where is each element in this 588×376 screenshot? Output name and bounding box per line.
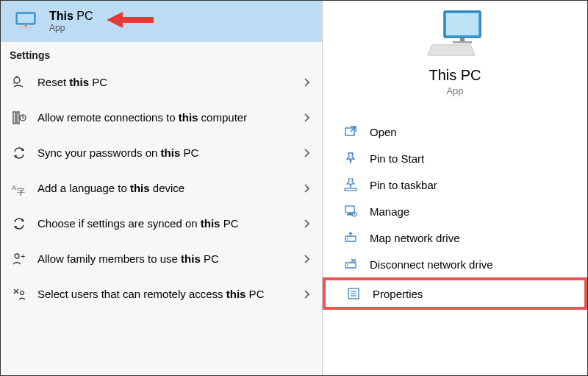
settings-item[interactable]: A字Add a language to this device [1,170,322,205]
settings-item[interactable]: Sync your passwords on this PC [1,135,322,170]
svg-rect-22 [446,13,478,35]
reset-icon [11,74,27,91]
action-label: Disconnect network drive [370,258,493,271]
action-label: Manage [370,205,409,218]
map-drive-icon [343,230,358,245]
remote-users-icon [11,286,27,302]
open-icon [343,124,358,139]
settings-item-label: Allow remote connections to this compute… [37,110,301,125]
svg-rect-2 [19,26,32,29]
search-result-selected[interactable]: This PC App [1,1,322,42]
chevron-right-icon [301,290,312,299]
svg-rect-8 [17,112,19,124]
settings-item-label: Allow family members to use this PC [37,252,301,266]
settings-item-label: Add a language to this device [37,181,301,196]
svg-point-37 [347,238,348,240]
action-item[interactable]: Map network drive [323,224,587,251]
language-icon: A字 [11,180,27,196]
chevron-right-icon [301,149,312,157]
settings-item[interactable]: +Allow family members to use this PC [1,241,322,276]
svg-line-29 [351,127,356,132]
settings-item[interactable]: Choose if settings are synced on this PC [1,205,322,241]
action-item[interactable]: Manage [323,198,587,224]
result-title: This PC [49,10,93,23]
svg-point-6 [14,77,20,83]
action-item[interactable]: Pin to taskbar [323,171,587,198]
pin-taskbar-icon [343,177,358,192]
settings-item-label: Select users that can remotely access th… [37,287,301,302]
result-subtitle: App [49,23,93,33]
svg-rect-24 [453,41,472,43]
settings-item[interactable]: Select users that can remotely access th… [1,276,322,311]
action-item[interactable]: Open [323,118,587,145]
svg-rect-32 [348,213,351,214]
chevron-right-icon [301,113,312,122]
settings-header: Settings [1,42,322,64]
preview-subtitle: App [446,85,463,96]
preview-title: This PC [429,67,481,84]
pin-start-icon [343,151,358,166]
action-label: Open [370,126,397,138]
svg-point-39 [347,265,348,266]
remote-icon [11,110,27,126]
action-item[interactable]: Properties [323,277,587,310]
svg-rect-1 [18,14,34,23]
svg-rect-23 [460,38,465,41]
svg-point-16 [15,254,19,258]
action-label: Pin to taskbar [370,179,437,191]
chevron-right-icon [301,78,312,87]
svg-text:字: 字 [17,187,25,196]
sync-icon [11,216,27,232]
svg-marker-5 [107,12,123,28]
actions-list: OpenPin to StartPin to taskbarManageMap … [323,118,587,310]
settings-list: Reset this PCAllow remote connections to… [1,64,322,311]
action-label: Map network drive [370,232,460,244]
svg-rect-30 [345,188,356,191]
settings-item-label: Reset this PC [37,75,301,90]
svg-text:A: A [12,184,16,191]
this-pc-icon [12,8,39,35]
svg-point-35 [354,213,355,215]
settings-item-label: Choose if settings are synced on this PC [37,216,301,231]
action-label: Pin to Start [370,152,424,165]
action-label: Properties [373,288,423,300]
chevron-right-icon [301,255,312,263]
svg-rect-7 [13,112,15,124]
svg-rect-31 [345,206,354,213]
action-item[interactable]: Disconnect network drive [323,251,587,277]
annotation-arrow [107,10,154,30]
svg-point-20 [21,291,24,294]
chevron-right-icon [301,219,312,228]
sync-icon [11,145,27,161]
settings-item[interactable]: Reset this PC [1,64,322,99]
properties-icon [346,286,361,301]
settings-item[interactable]: Allow remote connections to this compute… [1,99,322,135]
preview-this-pc-icon [422,8,488,60]
chevron-right-icon [301,184,312,193]
settings-item-label: Sync your passwords on this PC [37,146,301,160]
manage-icon [343,204,358,219]
action-item[interactable]: Pin to Start [323,145,587,171]
svg-rect-3 [25,24,27,26]
svg-text:+: + [21,252,25,260]
disconnect-drive-icon [343,257,358,272]
family-icon: + [11,251,27,267]
